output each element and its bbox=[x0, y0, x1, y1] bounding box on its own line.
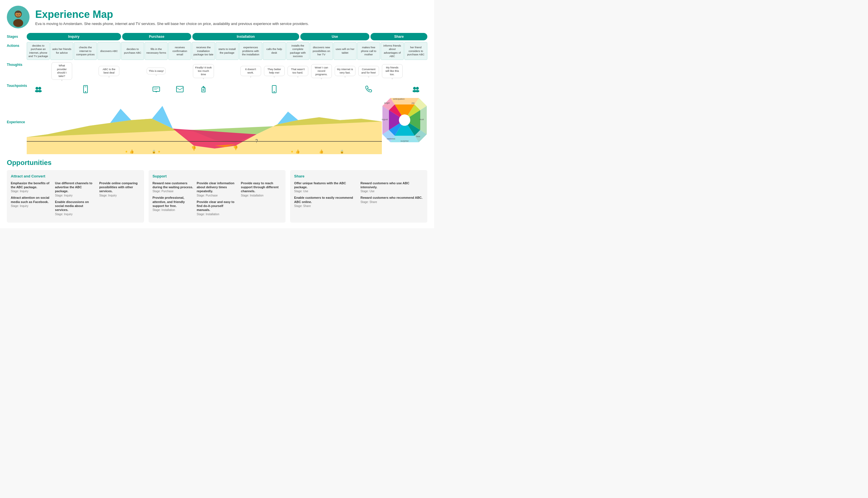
stages-row: Stages Inquiry Purchase Installation Use… bbox=[7, 33, 427, 40]
stage-use: Use bbox=[300, 33, 370, 40]
thought-9: It doesn't work. bbox=[239, 61, 262, 81]
opp-item-title: Provide professional, attentive, and fri… bbox=[153, 196, 193, 208]
svg-point-20 bbox=[413, 87, 416, 90]
svg-text:anticipation: anticipation bbox=[393, 98, 405, 100]
opp-item-stage: Stage: Installation bbox=[196, 213, 238, 216]
thought-6 bbox=[168, 61, 191, 81]
svg-point-21 bbox=[416, 87, 419, 90]
stages-container: Inquiry Purchase Installation Use Share bbox=[27, 33, 427, 40]
opp-attract-col-0: Emphasize the benefits of the ABC packag… bbox=[11, 181, 52, 219]
svg-text:🔒: 🔒 bbox=[152, 149, 156, 154]
svg-text:anger: anger bbox=[384, 102, 390, 104]
experience-chart: 👎 👎 ? ★ 👍 🔒 ★ ★ 👍 👍 🔒 bbox=[27, 97, 382, 154]
svg-point-9 bbox=[38, 90, 42, 92]
thought-bubble-3: ABC is the best deal bbox=[99, 66, 119, 76]
touchpoints-content bbox=[27, 82, 427, 96]
svg-text:🔒: 🔒 bbox=[340, 149, 344, 154]
opp-item: Attract attention on social media such a… bbox=[11, 196, 52, 208]
opp-item: Reward customers who use ABC intensively… bbox=[360, 181, 423, 193]
opp-support-col-1: Provide clear information about delivery… bbox=[196, 181, 238, 219]
thought-16 bbox=[404, 61, 427, 81]
stage-purchase: Purchase bbox=[122, 33, 191, 40]
opp-support-columns: Reward new customers during the waiting … bbox=[153, 181, 282, 219]
opp-item: Use different channels to advertise the … bbox=[55, 181, 96, 197]
thought-12: Wow! I can record programs. bbox=[310, 61, 333, 81]
action-9: experiences problems with the installati… bbox=[239, 42, 262, 60]
action-8: starts to install the package bbox=[216, 42, 239, 60]
svg-rect-14 bbox=[154, 88, 158, 89]
svg-point-5 bbox=[19, 14, 20, 15]
thoughts-label: Thoughts bbox=[7, 61, 27, 67]
thought-14: Convenient and for free! bbox=[357, 61, 380, 81]
action-10: calls the help desk bbox=[263, 42, 286, 60]
page: Experience Map Eva is moving to Amsterda… bbox=[0, 0, 434, 228]
thought-4 bbox=[121, 61, 144, 81]
opp-item-title: Provide clear and easy to find do-it-you… bbox=[196, 200, 238, 212]
opp-item-title: Provide clear information about delivery… bbox=[196, 181, 238, 193]
action-5: fills in the necessary forms bbox=[145, 42, 168, 60]
touchpoint-14 bbox=[357, 82, 380, 96]
touchpoint-11 bbox=[286, 82, 309, 96]
opp-item-stage: Stage: Use bbox=[294, 190, 357, 193]
page-title: Experience Map bbox=[35, 9, 309, 21]
header-text: Experience Map Eva is moving to Amsterda… bbox=[35, 9, 309, 26]
opp-item-stage: Stage: Inquiry bbox=[11, 190, 52, 193]
opp-item-stage: Stage: Installation bbox=[153, 208, 193, 211]
touchpoint-9 bbox=[239, 82, 262, 96]
opp-support-col-2: Provide easy to reach support through di… bbox=[241, 181, 282, 219]
thought-bubble-9: It doesn't work. bbox=[240, 66, 261, 76]
opp-item-stage: Stage: Inquiry bbox=[99, 194, 140, 197]
thought-bubble-7: Finally! It took too much time bbox=[193, 64, 214, 78]
opp-item-title: Reward new customers during the waiting … bbox=[153, 181, 193, 189]
experience-label: Experience bbox=[7, 97, 27, 124]
svg-point-7 bbox=[38, 87, 41, 90]
svg-text:👍: 👍 bbox=[130, 149, 135, 154]
opp-item-stage: Stage: Inquiry bbox=[55, 194, 96, 197]
touchpoint-15 bbox=[381, 82, 404, 96]
touchpoint-12 bbox=[310, 82, 333, 96]
opp-attract-title: Attract and Convert bbox=[11, 174, 140, 178]
opp-attract-col-1: Use different channels to advertise the … bbox=[55, 181, 96, 219]
opp-section-share: Share Offer unique features with the ABC… bbox=[290, 170, 427, 223]
svg-text:sadness: sadness bbox=[387, 137, 395, 140]
touchpoint-0 bbox=[27, 82, 50, 96]
thought-bubble-11: That wasn't too hard. bbox=[288, 66, 308, 76]
touchpoint-8 bbox=[216, 82, 239, 96]
svg-text:★: ★ bbox=[158, 149, 160, 153]
opp-item-title: Provide online comparing possibilities w… bbox=[99, 181, 140, 193]
opp-item-stage: Stage: Installation bbox=[241, 194, 282, 197]
svg-text:disgust: disgust bbox=[382, 118, 388, 121]
avatar bbox=[7, 6, 29, 28]
touchpoint-13 bbox=[334, 82, 357, 96]
thought-15: My friends will like this too. bbox=[381, 61, 404, 81]
action-3: discovers ABC bbox=[98, 42, 120, 60]
svg-text:★: ★ bbox=[291, 149, 293, 153]
svg-point-43 bbox=[399, 115, 410, 126]
touchpoints-row: Touchpoints bbox=[7, 82, 427, 96]
svg-text:👎: 👎 bbox=[191, 145, 196, 151]
thought-3: ABC is the best deal bbox=[98, 61, 120, 81]
action-4: decides to purchase ABC bbox=[121, 42, 144, 60]
svg-point-19 bbox=[273, 91, 275, 92]
touchpoint-16 bbox=[404, 82, 427, 96]
opp-item: Provide clear and easy to find do-it-you… bbox=[196, 200, 238, 216]
opp-share-title: Share bbox=[294, 174, 423, 178]
opp-item: Enable discussions on social media about… bbox=[55, 200, 96, 216]
action-11: installs the complete package with succe… bbox=[286, 42, 309, 60]
svg-text:★: ★ bbox=[125, 149, 128, 153]
action-14: makes free phone call to mother bbox=[357, 42, 380, 60]
actions-row: Actions decides to purchase an internet,… bbox=[7, 42, 427, 60]
svg-text:fear: fear bbox=[416, 135, 420, 138]
svg-point-4 bbox=[17, 14, 17, 15]
opp-item-stage: Stage: Purchase bbox=[153, 190, 193, 193]
opp-item-title: Enable discussions on social media about… bbox=[55, 200, 96, 212]
opp-share-col-0: Offer unique features with the ABC packa… bbox=[294, 181, 357, 210]
touchpoint-10 bbox=[263, 82, 286, 96]
thought-5: This is easy! bbox=[145, 61, 168, 81]
thought-10: They better help me! bbox=[263, 61, 286, 81]
svg-point-2 bbox=[13, 19, 23, 27]
action-15: informs friends about advantages of ABC bbox=[381, 42, 404, 60]
opp-support-col-0: Reward new customers during the waiting … bbox=[153, 181, 193, 219]
opp-item: Provide online comparing possibilities w… bbox=[99, 181, 140, 197]
svg-text:surprise: surprise bbox=[400, 140, 409, 142]
